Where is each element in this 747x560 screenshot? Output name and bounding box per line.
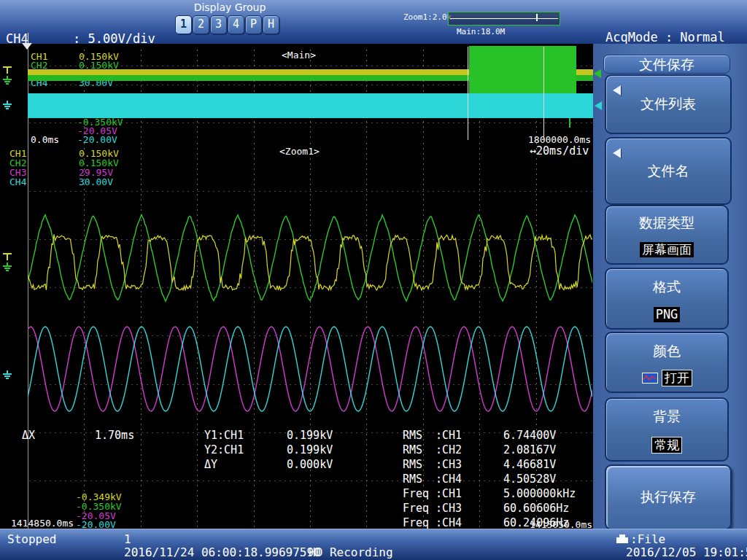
meas-value: 60.24096Hz bbox=[503, 516, 569, 529]
waveform-trace bbox=[28, 327, 592, 411]
meas-value: 2.08167V bbox=[503, 443, 556, 456]
zoom-window-marker[interactable] bbox=[536, 14, 538, 21]
status-bar: Stopped 1 2016/11/24 06:00:18.99697590 H… bbox=[0, 529, 747, 560]
meas-value: 60.60606Hz bbox=[503, 502, 569, 515]
menu-button-value: 常规 bbox=[652, 438, 681, 453]
menu-button-file-list[interactable]: 文件列表 bbox=[605, 74, 732, 134]
display-group-button-p[interactable]: P bbox=[245, 15, 262, 34]
meas-ch: :CH4 bbox=[436, 516, 462, 529]
meas-value: 4.46681V bbox=[503, 458, 556, 471]
meas-value: 5.000000kHz bbox=[503, 487, 576, 500]
acquisition-count: 1 bbox=[124, 532, 131, 546]
menu-button-label: 颜色 bbox=[653, 342, 681, 361]
menu-button-value: 屏幕画面 bbox=[640, 242, 694, 257]
menu-button-label: 格式 bbox=[653, 278, 681, 297]
menu-button-value: PNG bbox=[654, 307, 681, 322]
main-cursor-left[interactable] bbox=[468, 47, 468, 140]
main-trace-ch2-tick bbox=[569, 118, 570, 128]
zoom-position-bar[interactable] bbox=[448, 12, 560, 26]
main-cursor-right[interactable] bbox=[543, 47, 544, 140]
y1-label: Y1:CH1 bbox=[204, 429, 244, 442]
meas-func: RMS bbox=[403, 458, 422, 471]
zoom-ch4-lower: -20.00V bbox=[76, 519, 116, 530]
meas-func: RMS bbox=[403, 429, 422, 442]
waveform-trace bbox=[28, 234, 592, 290]
acq-mode: AcqMode : Normal bbox=[605, 31, 732, 44]
main-ground-ch2-icon bbox=[2, 76, 12, 85]
menu-button-background[interactable]: 背景 常规 bbox=[605, 397, 729, 462]
delta-x-label: ΔX bbox=[22, 429, 35, 442]
trigger-position-icon[interactable] bbox=[22, 43, 32, 50]
y2-label: Y2:CH1 bbox=[204, 443, 244, 456]
zoom-ground-ch2-icon bbox=[2, 262, 12, 272]
ch4-level-marker-icon bbox=[595, 101, 602, 110]
menu-button-label: 文件名 bbox=[648, 162, 689, 181]
menu-button-data-type[interactable]: 数据类型 屏幕画面 bbox=[605, 205, 729, 265]
main-view-title: <Main> bbox=[282, 50, 316, 61]
meas-ch: :CH3 bbox=[436, 458, 462, 471]
meas-func: Freq bbox=[403, 487, 429, 500]
oscilloscope-screen: CH4 : 5.00V/div Position : -1.00 div Dis… bbox=[0, 0, 747, 560]
back-arrow-icon bbox=[613, 85, 621, 96]
waveform-trace bbox=[28, 215, 592, 302]
y2-value: 0.199kV bbox=[287, 443, 333, 456]
meas-value: 4.50528V bbox=[503, 472, 556, 486]
waveform-display: <Main> CH1 0.150kV CH2 0.150kV CH3 29.95… bbox=[0, 44, 593, 529]
zoom-bar-line bbox=[450, 18, 558, 19]
meas-func: RMS bbox=[403, 472, 422, 486]
menu-button-label: 背景 bbox=[653, 408, 681, 427]
menu-title: 文件保存 bbox=[603, 55, 730, 74]
y1-value: 0.199kV bbox=[287, 429, 333, 442]
meas-func: RMS bbox=[403, 443, 422, 456]
run-state: Stopped bbox=[7, 532, 56, 546]
delta-y-value: 0.000kV bbox=[287, 458, 333, 471]
display-group-button-h[interactable]: H bbox=[263, 15, 279, 34]
current-datetime: 2016/12/05 19:01:50 bbox=[626, 545, 747, 559]
menu-button-label: 执行保存 bbox=[640, 488, 696, 507]
back-arrow-icon bbox=[613, 148, 621, 158]
meas-ch: :CH1 bbox=[436, 487, 462, 500]
display-group-button-2[interactable]: 2 bbox=[193, 15, 209, 34]
display-group-button-4[interactable]: 4 bbox=[228, 15, 244, 34]
top-bar: CH4 : 5.00V/div Position : -1.00 div Dis… bbox=[0, 0, 747, 44]
soft-menu: 文件保存 文件列表 文件名 数据类型 屏幕画面 格式 PNG 颜色 打开 bbox=[593, 44, 747, 529]
menu-button-color[interactable]: 颜色 打开 bbox=[605, 332, 729, 393]
zoom-view-title: <Zoom1> bbox=[279, 146, 320, 157]
display-group-label: Display Group bbox=[175, 1, 285, 13]
delta-y-label: ΔY bbox=[204, 458, 217, 471]
zoom-timebase: ↔20ms/div bbox=[530, 144, 589, 158]
menu-button-file-name[interactable]: 文件名 bbox=[605, 137, 732, 205]
ch2-level-marker-icon bbox=[594, 69, 601, 78]
delta-x-value: 1.70ms bbox=[95, 429, 134, 442]
zoom-ch4-name: CH4 bbox=[9, 176, 26, 187]
main-record-label: Main:18.0M bbox=[457, 27, 505, 36]
color-display-icon bbox=[642, 373, 658, 384]
meas-ch: :CH4 bbox=[436, 472, 462, 486]
menu-button-execute-save[interactable]: 执行保存 bbox=[605, 464, 732, 530]
zoom-trigger-level-icon bbox=[2, 252, 12, 262]
display-group-button-1[interactable]: 1 bbox=[175, 15, 192, 34]
menu-button-label: 文件列表 bbox=[640, 95, 696, 114]
recording-mode: HD Recording bbox=[309, 545, 393, 559]
main-ground-ch4-icon bbox=[2, 101, 12, 110]
menu-button-label: 数据类型 bbox=[639, 214, 694, 233]
file-media-icon bbox=[616, 534, 629, 544]
meas-ch: :CH2 bbox=[436, 443, 462, 456]
display-group-button-3[interactable]: 3 bbox=[210, 15, 227, 34]
meas-value: 6.74400V bbox=[503, 429, 556, 442]
menu-button-format[interactable]: 格式 PNG bbox=[605, 268, 729, 330]
meas-func: Freq bbox=[403, 502, 429, 515]
left-border-stub bbox=[28, 33, 28, 44]
menu-button-value: 打开 bbox=[662, 370, 692, 386]
waveform-trace bbox=[28, 327, 592, 411]
meas-ch: :CH3 bbox=[436, 502, 462, 515]
main-trace-ch4-band bbox=[28, 93, 593, 118]
record-start-time: 2016/11/24 06:00:18.99697590 bbox=[124, 545, 321, 559]
file-menu-hint: :File bbox=[630, 532, 665, 546]
meas-func: Freq bbox=[403, 516, 429, 529]
zoom-time-start: 1414850.0ms bbox=[11, 518, 74, 529]
meas-ch: :CH1 bbox=[436, 429, 462, 442]
zoom-factor-label: Zoom1:2.0k bbox=[403, 12, 452, 22]
display-group: 1 2 3 4 P H bbox=[175, 15, 285, 34]
main-trace-ch2-burst bbox=[469, 46, 576, 94]
